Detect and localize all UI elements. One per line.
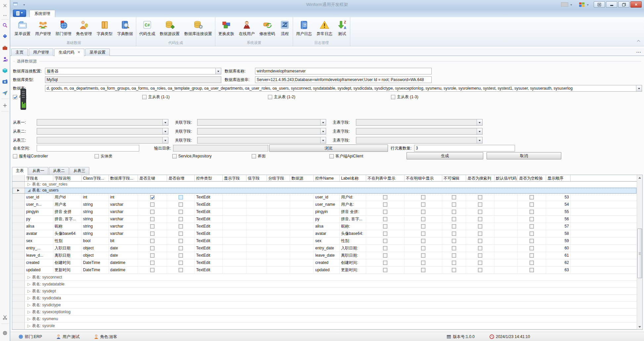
grid-cell[interactable] [366, 194, 405, 201]
grid-group-row[interactable]: ▷表名: sysexceptionlog [12, 309, 637, 316]
main-field-combo-0[interactable] [356, 119, 483, 126]
grid-cell[interactable]: varchar [109, 201, 138, 208]
grid-cell[interactable]: alisa [314, 223, 340, 230]
grid-cell[interactable] [246, 208, 267, 215]
output-dir-input[interactable] [173, 145, 268, 151]
grid-cell[interactable] [518, 252, 546, 259]
grid-checkbox[interactable] [530, 210, 534, 214]
strip-dots-icon[interactable] [1, 12, 9, 19]
grid-cell[interactable] [138, 267, 167, 274]
chevron-down-icon[interactable] [162, 137, 168, 143]
grid-cell[interactable]: py [314, 216, 340, 223]
grid-cell[interactable]: 63 [546, 267, 571, 274]
ribbon-button-change-password[interactable]: 修改密码 [257, 18, 278, 40]
expand-group-icon[interactable]: ▷ [27, 316, 32, 322]
grid-checkbox[interactable] [150, 239, 154, 243]
sub-table-combo-2[interactable] [37, 137, 168, 144]
grid-group-row[interactable]: ▷表名: sysmenu [12, 316, 637, 322]
skin-swatch[interactable] [561, 2, 568, 7]
grid-cell[interactable] [138, 208, 167, 215]
grid-checkbox[interactable] [150, 261, 154, 265]
grid-checkbox[interactable] [150, 246, 154, 250]
ribbon-button-user-manage[interactable]: 用户管理 [33, 18, 53, 40]
grid-cell[interactable]: TextEdit [195, 216, 223, 223]
grid-checkbox[interactable] [421, 268, 425, 272]
grid-cell[interactable] [138, 216, 167, 223]
tables-combo[interactable]: d, goods, m, oa_departments, oa_form_gro… [45, 85, 642, 92]
grid-cell[interactable] [223, 216, 246, 223]
grid-cell[interactable] [442, 223, 466, 230]
grid-cell[interactable]: 60 [546, 245, 571, 252]
grid-checkbox[interactable] [452, 246, 456, 250]
grid-cell[interactable] [442, 201, 466, 208]
ribbon-tab-system-manage[interactable]: 系统管理 [29, 10, 55, 17]
grid-checkbox[interactable] [150, 232, 154, 236]
checkbox[interactable] [252, 154, 256, 158]
windows-logo-icon[interactable] [579, 1, 585, 8]
grid-cell[interactable] [466, 194, 494, 201]
grid-checkbox[interactable] [179, 202, 183, 207]
grid-cell[interactable] [518, 259, 546, 266]
grid-cell[interactable]: varchar [109, 230, 138, 237]
strip-briefcase-icon[interactable] [1, 44, 9, 52]
grid-cell[interactable] [405, 201, 442, 208]
grid-cell[interactable] [267, 267, 290, 274]
grid-cell[interactable]: TextEdit [195, 252, 223, 259]
collapse-group-icon[interactable]: ◢ [27, 188, 32, 193]
doc-tab-3[interactable]: 菜单设置 [85, 49, 110, 56]
grid-cell[interactable]: 54 [546, 201, 571, 208]
checkbox[interactable] [13, 154, 17, 158]
grid-cell[interactable] [223, 208, 246, 215]
grid-cell[interactable] [518, 223, 546, 230]
strip-tag-icon[interactable] [1, 33, 9, 40]
column-header-2[interactable]: Class字段... [82, 175, 109, 181]
grid-cell[interactable]: 57 [546, 223, 571, 230]
grid-cell[interactable] [246, 194, 267, 201]
ribbon-button-online-users[interactable]: 在线用户 [236, 18, 257, 40]
grid-checkbox[interactable] [383, 210, 387, 214]
grid-checkbox[interactable] [478, 268, 482, 272]
grid-cell[interactable] [138, 194, 167, 201]
column-header-12[interactable]: Label名称 [340, 175, 366, 181]
grid-cell[interactable] [223, 223, 246, 230]
rel-field-combo-2[interactable] [197, 137, 326, 144]
grid-cell[interactable]: datetime [109, 259, 138, 266]
grid-cell[interactable] [223, 230, 246, 237]
grid-cell[interactable] [518, 267, 546, 274]
grid-cell[interactable] [290, 237, 314, 244]
ribbon-button-code-gen[interactable]: C#代码生成 [137, 18, 157, 40]
grid-checkbox[interactable] [478, 202, 482, 207]
grid-checkbox[interactable] [478, 261, 482, 265]
checkbox[interactable] [172, 154, 177, 158]
chevron-down-icon[interactable] [636, 85, 642, 91]
grid-cell[interactable] [442, 194, 466, 201]
grid-cell[interactable]: alisa [25, 223, 53, 230]
mode-check-3[interactable]: 主从表 (1-3) [391, 94, 418, 100]
column-header-17[interactable]: 默认值/代码 [494, 175, 518, 181]
fullscreen-button[interactable] [594, 1, 605, 8]
db-conn-config-combo[interactable]: 服务器 [45, 68, 221, 74]
grid-cell[interactable] [223, 259, 246, 266]
grid-cell[interactable] [494, 230, 518, 237]
grid-cell[interactable]: 55 [546, 208, 571, 215]
main-field-combo-1[interactable] [356, 128, 483, 135]
grid-cell[interactable] [494, 237, 518, 244]
grid-cell[interactable]: 离职日期 [53, 252, 82, 259]
grid-checkbox[interactable] [452, 195, 456, 199]
sub-table-combo-0[interactable] [37, 119, 168, 126]
grid-cell[interactable]: 拼音 全拼: [340, 208, 366, 215]
grid-group-row[interactable]: ▶◢表名: oa_users [12, 188, 637, 194]
grid-checkbox[interactable] [150, 224, 154, 229]
strip-scissors-icon[interactable] [1, 314, 9, 321]
grid-data-row-entry_date[interactable]: entry_...入职日期objectdateTextEditentry_dat… [12, 245, 637, 252]
grid-cell[interactable] [466, 208, 494, 215]
tab-close-icon[interactable]: × [78, 50, 80, 55]
grid-cell[interactable]: leave_d... [25, 252, 53, 259]
expand-group-icon[interactable]: ▷ [27, 295, 32, 301]
grid-cell[interactable] [246, 267, 267, 274]
grid-cell[interactable]: TextEdit [195, 230, 223, 237]
strip-camera-icon[interactable] [1, 78, 9, 85]
grid-cell[interactable] [466, 230, 494, 237]
column-header-1[interactable]: 字段说明 [53, 175, 82, 181]
grid-checkbox[interactable] [383, 217, 387, 221]
